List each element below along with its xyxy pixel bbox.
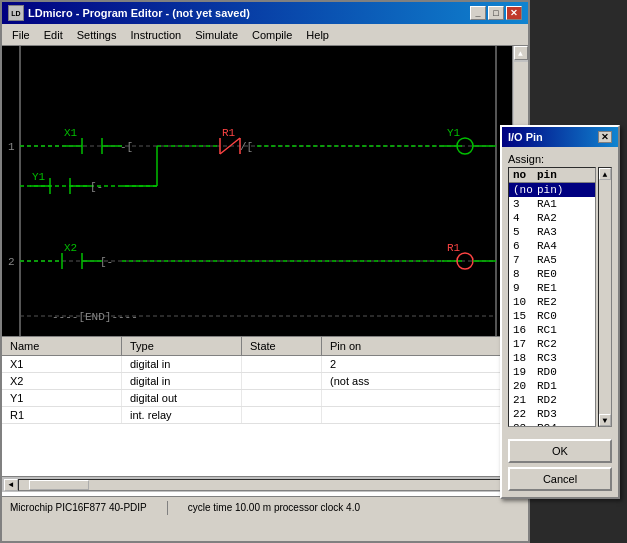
scroll-up-button[interactable]: ▲	[514, 46, 528, 60]
pin-no-cell: 10	[511, 296, 535, 308]
list-item[interactable]: 20RD1	[509, 379, 595, 393]
list-item[interactable]: 16RC1	[509, 323, 595, 337]
menu-edit[interactable]: Edit	[38, 27, 69, 43]
list-item[interactable]: 23RC4	[509, 421, 595, 427]
list-item[interactable]: 7RA5	[509, 253, 595, 267]
pin-no-cell: 5	[511, 226, 535, 238]
svg-text:/[: /[	[240, 141, 253, 153]
table-row[interactable]: Y1 digital out	[2, 390, 528, 407]
list-item[interactable]: 3RA1	[509, 197, 595, 211]
svg-text:[-: [-	[90, 181, 103, 193]
menu-simulate[interactable]: Simulate	[189, 27, 244, 43]
io-table-header: Name Type State Pin on	[2, 337, 528, 356]
title-bar: LD LDmicro - Program Editor - (not yet s…	[2, 2, 528, 24]
dialog-title-bar: I/O Pin ✕	[502, 127, 618, 147]
svg-text:Y1: Y1	[32, 171, 46, 183]
io-horizontal-scrollbar[interactable]: ◄ ►	[2, 476, 528, 492]
io-table-body: X1 digital in 2 X2 digital in (not ass Y…	[2, 356, 528, 476]
menu-instruction[interactable]: Instruction	[124, 27, 187, 43]
cell-name: X1	[2, 356, 122, 372]
cancel-button[interactable]: Cancel	[508, 467, 612, 491]
list-item[interactable]: 9RE1	[509, 281, 595, 295]
pin-no-cell: 23	[511, 422, 535, 427]
col-header-pin: Pin on	[322, 337, 528, 355]
close-button[interactable]: ✕	[506, 6, 522, 20]
main-window: LD LDmicro - Program Editor - (not yet s…	[0, 0, 530, 543]
table-row[interactable]: X1 digital in 2	[2, 356, 528, 373]
title-buttons: _ □ ✕	[470, 6, 522, 20]
svg-text:----[END]----: ----[END]----	[52, 311, 138, 323]
list-item[interactable]: 15RC0	[509, 309, 595, 323]
dialog-close-button[interactable]: ✕	[598, 131, 612, 143]
pin-name-cell: RE0	[535, 268, 593, 280]
col-header-type: Type	[122, 337, 242, 355]
svg-text:-[: -[	[120, 141, 133, 153]
list-item[interactable]: 18RC3	[509, 351, 595, 365]
menu-settings[interactable]: Settings	[71, 27, 123, 43]
cell-type: int. relay	[122, 407, 242, 423]
svg-text:X1: X1	[64, 127, 78, 139]
menu-compile[interactable]: Compile	[246, 27, 298, 43]
pin-no-cell: 8	[511, 268, 535, 280]
cell-pin	[322, 407, 528, 423]
svg-text:2: 2	[8, 256, 15, 268]
list-item[interactable]: 10RE2	[509, 295, 595, 309]
pin-no-cell: 17	[511, 338, 535, 350]
ok-button[interactable]: OK	[508, 439, 612, 463]
pin-no-cell: 22	[511, 408, 535, 420]
list-item[interactable]: 21RD2	[509, 393, 595, 407]
pin-name-cell: RA4	[535, 240, 593, 252]
list-item[interactable]: 4RA2	[509, 211, 595, 225]
col-header-state: State	[242, 337, 322, 355]
pin-name-cell: pin)	[535, 184, 593, 196]
list-item[interactable]: 19RD0	[509, 365, 595, 379]
cycle-info: cycle time 10.00 m processor clock 4.0	[188, 502, 360, 513]
svg-text:R1: R1	[447, 242, 461, 254]
list-item[interactable]: 22RD3	[509, 407, 595, 421]
pin-no-cell: 20	[511, 380, 535, 392]
svg-text:1: 1	[8, 141, 15, 153]
listbox-scroll-up[interactable]: ▲	[599, 168, 611, 180]
pin-name-cell: RC0	[535, 310, 593, 322]
hscroll-left-button[interactable]: ◄	[4, 479, 18, 491]
pin-name-cell: RC1	[535, 324, 593, 336]
pin-name-cell: RD0	[535, 366, 593, 378]
svg-text:X2: X2	[64, 242, 77, 254]
col-header-name: Name	[2, 337, 122, 355]
list-item[interactable]: 8RE0	[509, 267, 595, 281]
list-item[interactable]: 17RC2	[509, 337, 595, 351]
pin-header-no: no	[511, 169, 535, 181]
cell-name: Y1	[2, 390, 122, 406]
cell-state	[242, 407, 322, 423]
pin-listbox[interactable]: no pin (no pin) 3RA14RA25RA36RA47RA58RE0…	[508, 167, 596, 427]
dialog-body: Assign: no pin (no pin) 3RA14RA25RA36RA4…	[502, 147, 618, 433]
ladder-svg: 1 X1 -[ Y1 [- R1	[2, 46, 516, 336]
pin-no-cell: 18	[511, 352, 535, 364]
pin-header-pin: pin	[535, 169, 593, 181]
cell-type: digital out	[122, 390, 242, 406]
list-item[interactable]: 5RA3	[509, 225, 595, 239]
minimize-button[interactable]: _	[470, 6, 486, 20]
window-title: LDmicro - Program Editor - (not yet save…	[28, 7, 250, 19]
pin-listbox-container: no pin (no pin) 3RA14RA25RA36RA47RA58RE0…	[508, 167, 612, 427]
list-item[interactable]: 6RA4	[509, 239, 595, 253]
assign-label: Assign:	[508, 153, 612, 165]
pin-name-cell: RE2	[535, 296, 593, 308]
pin-no-cell: 3	[511, 198, 535, 210]
menu-help[interactable]: Help	[300, 27, 335, 43]
pin-name-cell: RC4	[535, 422, 593, 427]
listbox-scroll-down[interactable]: ▼	[599, 414, 611, 426]
cell-name: R1	[2, 407, 122, 423]
table-row[interactable]: X2 digital in (not ass	[2, 373, 528, 390]
menu-file[interactable]: File	[6, 27, 36, 43]
pin-row-none[interactable]: (no pin)	[509, 183, 595, 197]
pin-listbox-scrollbar[interactable]: ▲ ▼	[598, 167, 612, 427]
pin-name-cell: RA3	[535, 226, 593, 238]
pin-name-cell: RD1	[535, 380, 593, 392]
io-pin-dialog: I/O Pin ✕ Assign: no pin (no pin) 3RA14R…	[500, 125, 620, 499]
maximize-button[interactable]: □	[488, 6, 504, 20]
table-row[interactable]: R1 int. relay	[2, 407, 528, 424]
hscroll-thumb[interactable]	[29, 480, 89, 490]
cell-type: digital in	[122, 373, 242, 389]
hscroll-track[interactable]	[18, 479, 512, 491]
